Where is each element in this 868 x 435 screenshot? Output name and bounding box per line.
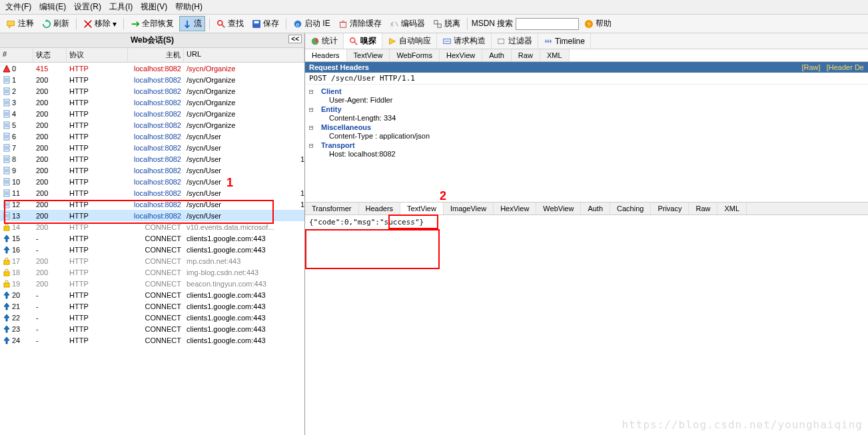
raw-link[interactable]: [Raw] [801, 63, 820, 71]
tab-timeline[interactable]: Timeline [538, 33, 591, 49]
session-row[interactable]: 0415HTTPlocalhost:8082/sycn/Organize [0, 63, 304, 74]
session-row[interactable]: 1200HTTPlocalhost:8082/sycn/Organize [0, 74, 304, 85]
svg-rect-6 [340, 22, 346, 27]
subtab-hexview[interactable]: HexView [440, 49, 482, 61]
headers-tree: ⊟Client User-Agent: Fiddler ⊟Entity Cont… [305, 85, 868, 162]
menubar: 文件(F) 编辑(E) 设置(R) 工具(I) 视图(V) 帮助(H) [0, 0, 868, 15]
sessions-header: Web会话(S) << [0, 33, 304, 48]
session-row[interactable]: 20-HTTPCONNECTclients1.google.com:443 [0, 289, 304, 300]
subtab-auth[interactable]: Auth [482, 49, 512, 61]
refresh-button[interactable]: 刷新 [39, 17, 72, 31]
session-row[interactable]: 21-HTTPCONNECTclients1.google.com:443 [0, 300, 304, 312]
svg-rect-27 [4, 283, 9, 287]
inspector-tabs: 统计 嗅探 自动响应 请求构造 过滤器 Timeline [305, 33, 868, 49]
resptab-xml[interactable]: XML [717, 203, 747, 215]
tear-button[interactable]: 脱离 [430, 17, 463, 31]
sessions-pane: Web会话(S) << # 状态 协议 主机 URL 0415HTTPlocal… [0, 33, 305, 435]
header-content-length[interactable]: Content-Length: 334 [329, 114, 864, 122]
clear-cache-button[interactable]: 清除缓存 [336, 17, 384, 31]
lookup-button[interactable]: 查找 [214, 17, 246, 31]
resptab-hexview[interactable]: HexView [494, 203, 536, 215]
subtab-raw[interactable]: Raw [512, 49, 540, 61]
session-row[interactable]: 2200HTTPlocalhost:8082/sycn/Organize [0, 85, 304, 97]
menu-tools[interactable]: 工具(I) [109, 1, 133, 13]
menu-edit[interactable]: 编辑(E) [39, 1, 66, 13]
col-id[interactable]: # [0, 48, 33, 62]
resptab-auth[interactable]: Auth [581, 203, 610, 215]
response-tabs: Transformer Headers TextView ImageView H… [305, 202, 868, 215]
annotation-box-2a [388, 215, 438, 229]
session-row[interactable]: 6200HTTPlocalhost:8082/sycn/User [0, 131, 304, 142]
header-user-agent[interactable]: User-Agent: Fiddler [329, 96, 864, 104]
launch-ie-button[interactable]: e启动 IE [290, 17, 333, 31]
tab-autoresponder[interactable]: 自动响应 [382, 33, 437, 49]
session-row[interactable]: 16-HTTPCONNECTclients1.google.com:443 [0, 244, 304, 255]
toolbar: 注释 刷新 移除 ▾ 全部恢复 流 查找 保存 e启动 IE 清除缓存 编码器 … [0, 15, 868, 33]
sessions-list[interactable]: 0415HTTPlocalhost:8082/sycn/Organize 120… [0, 63, 304, 435]
svg-rect-8 [438, 24, 441, 27]
resptab-raw[interactable]: Raw [689, 203, 717, 215]
menu-view[interactable]: 视图(V) [141, 1, 167, 13]
session-row[interactable]: 4200HTTPlocalhost:8082/sycn/Organize [0, 108, 304, 119]
session-row[interactable]: 5200HTTPlocalhost:8082/sycn/Organize [0, 119, 304, 131]
session-row[interactable]: 7200HTTPlocalhost:8082/sycn/User [0, 142, 304, 153]
svg-rect-25 [4, 260, 9, 264]
collapse-sessions-button[interactable]: << [288, 35, 302, 43]
session-row[interactable]: 12200HTTPlocalhost:8082/sycn/User1 [0, 199, 304, 210]
comment-button[interactable]: 注释 [4, 17, 37, 31]
resptab-caching[interactable]: Caching [610, 203, 651, 215]
annotation-label-2: 2 [440, 189, 446, 203]
session-row[interactable]: 13200HTTPlocalhost:8082/sycn/User [0, 210, 304, 221]
session-row[interactable]: 8200HTTPlocalhost:8082/sycn/User1 [0, 153, 304, 165]
session-row[interactable]: 18200HTTPCONNECTimg-blog.csdn.net:443 [0, 266, 304, 278]
menu-file[interactable]: 文件(F) [5, 1, 31, 13]
session-row[interactable]: 19200HTTPCONNECTbeacon.tingyun.com:443 [0, 278, 304, 289]
session-row[interactable]: 14200HTTPCONNECTv10.events.data.microsof… [0, 221, 304, 232]
resptab-headers[interactable]: Headers [359, 203, 401, 215]
help-button[interactable]: ?帮助 [582, 17, 614, 31]
subtab-webforms[interactable]: WebForms [390, 49, 440, 61]
resptab-transformer[interactable]: Transformer [305, 203, 359, 215]
resptab-imageview[interactable]: ImageView [444, 203, 494, 215]
tab-composer[interactable]: 请求构造 [437, 33, 492, 49]
col-status[interactable]: 状态 [33, 48, 67, 62]
msdn-search-input[interactable] [516, 18, 579, 30]
subtab-headers[interactable]: Headers [305, 49, 347, 61]
resptab-textview[interactable]: TextView [400, 203, 444, 215]
remove-button[interactable]: 移除 ▾ [81, 17, 119, 31]
subtab-textview[interactable]: TextView [347, 49, 390, 61]
session-row[interactable]: 22-HTTPCONNECTclients1.google.com:443 [0, 312, 304, 323]
tab-inspect[interactable]: 嗅探 [344, 33, 382, 49]
subtab-xml[interactable]: XML [540, 49, 570, 61]
session-row[interactable]: 23-HTTPCONNECTclients1.google.com:443 [0, 323, 304, 334]
session-row[interactable]: 11200HTTPlocalhost:8082/sycn/User1 [0, 187, 304, 199]
session-row[interactable]: 10200HTTPlocalhost:8082/sycn/User [0, 176, 304, 187]
menu-settings[interactable]: 设置(R) [74, 1, 101, 13]
stream-button[interactable]: 流 [179, 16, 205, 31]
header-content-type[interactable]: Content-Type : application/json [329, 132, 864, 140]
svg-rect-31 [498, 39, 504, 43]
session-row[interactable]: 17200HTTPCONNECTmp.csdn.net:443 [0, 255, 304, 266]
resptab-privacy[interactable]: Privacy [651, 203, 689, 215]
tab-filters[interactable]: 过滤器 [492, 33, 538, 49]
col-url[interactable]: URL [184, 48, 304, 62]
svg-text:?: ? [588, 21, 591, 27]
save-button[interactable]: 保存 [249, 17, 282, 31]
menu-help[interactable]: 帮助(H) [175, 1, 203, 13]
svg-rect-3 [254, 21, 259, 23]
session-row[interactable]: 9200HTTPlocalhost:8082/sycn/User [0, 165, 304, 176]
session-row[interactable]: 15-HTTPCONNECTclients1.google.com:443 [0, 232, 304, 244]
svg-rect-24 [4, 226, 9, 230]
col-proto[interactable]: 协议 [67, 48, 128, 62]
restore-all-button[interactable]: 全部恢复 [128, 17, 177, 31]
request-headers-bar: Request Headers [Raw] [Header De [305, 62, 868, 73]
encoder-button[interactable]: 编码器 [387, 17, 428, 31]
header-def-link[interactable]: [Header De [827, 63, 864, 71]
header-host[interactable]: Host: localhost:8082 [329, 150, 864, 158]
tab-stats[interactable]: 统计 [305, 33, 344, 49]
session-row[interactable]: 24-HTTPCONNECTclients1.google.com:443 [0, 334, 304, 346]
resptab-webview[interactable]: WebView [536, 203, 581, 215]
annotation-box-2b [305, 229, 440, 269]
session-row[interactable]: 3200HTTPlocalhost:8082/sycn/Organize [0, 97, 304, 108]
col-host[interactable]: 主机 [128, 48, 184, 62]
